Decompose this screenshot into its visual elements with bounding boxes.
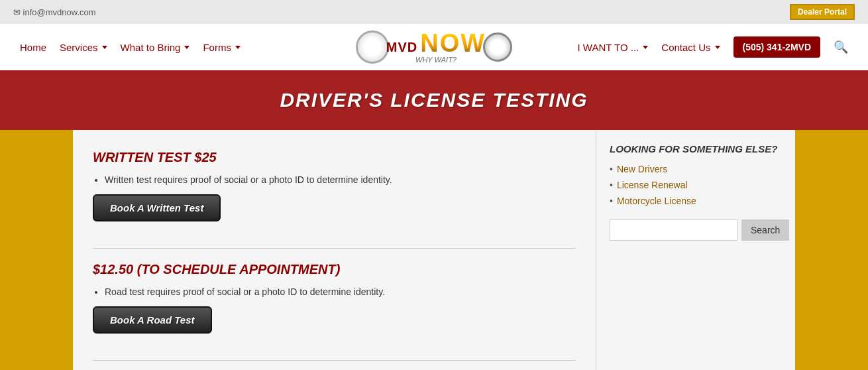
sidebar-link-new-drivers[interactable]: New Drivers xyxy=(610,164,782,174)
page-title: DRIVER'S LICENSE TESTING xyxy=(0,89,868,111)
main-content: WRITTEN TEST $25 Written test requires p… xyxy=(73,130,596,370)
phone-button[interactable]: (505) 341-2MVD xyxy=(733,36,821,58)
book-road-test-button[interactable]: Book A Road Test xyxy=(93,306,212,334)
nav-what-to-bring[interactable]: What to Bring xyxy=(121,42,190,53)
dealer-portal-button[interactable]: Dealer Portal xyxy=(790,4,855,20)
logo-mvd-text: MVD xyxy=(386,40,417,55)
right-sidebar-decoration xyxy=(795,130,868,370)
main-nav: Home Services What to Bring Forms MVD NO… xyxy=(0,24,868,70)
main-wrapper: WRITTEN TEST $25 Written test requires p… xyxy=(0,130,868,370)
top-bar: ✉ info@mvdnow.com Dealer Portal xyxy=(0,0,868,24)
sidebar-heading: LOOKING FOR SOMETHING ELSE? xyxy=(610,143,782,154)
logo-badge-left xyxy=(356,31,389,64)
search-input[interactable] xyxy=(610,219,737,241)
nav-left: Home Services What to Bring Forms xyxy=(20,42,356,53)
email-link[interactable]: ✉ info@mvdnow.com xyxy=(13,7,96,17)
sidebar-link-motorcycle[interactable]: Motorcycle License xyxy=(610,196,782,206)
logo-badge-right xyxy=(483,32,512,62)
left-sidebar-decoration xyxy=(0,130,73,370)
search-button[interactable]: Search xyxy=(741,219,789,241)
nav-services[interactable]: Services xyxy=(60,42,107,53)
hero-banner: DRIVER'S LICENSE TESTING xyxy=(0,70,868,130)
section-divider-2 xyxy=(93,360,576,361)
nav-i-want-to[interactable]: I WANT TO ... xyxy=(578,42,649,53)
nav-right: I WANT TO ... Contact Us (505) 341-2MVD … xyxy=(512,36,848,58)
services-chevron-icon xyxy=(102,46,107,49)
i-want-to-chevron-icon xyxy=(643,46,648,49)
right-sidebar: LOOKING FOR SOMETHING ELSE? New Drivers … xyxy=(596,130,795,370)
written-test-requirement: Written test requires proof of social or… xyxy=(105,174,576,185)
sidebar-links-list: New Drivers License Renewal Motorcycle L… xyxy=(610,164,782,206)
road-test-title: $12.50 (TO SCHEDULE APPOINTMENT) xyxy=(93,262,576,277)
road-test-requirement: Road test requires proof of social or a … xyxy=(105,286,576,297)
nav-forms[interactable]: Forms xyxy=(203,42,241,53)
nav-home[interactable]: Home xyxy=(20,42,46,53)
logo: MVD NOW WHY WAIT? xyxy=(356,31,512,64)
what-to-bring-chevron-icon xyxy=(184,46,190,49)
contact-chevron-icon xyxy=(715,46,720,49)
written-test-title: WRITTEN TEST $25 xyxy=(93,150,576,165)
search-box: Search xyxy=(610,219,782,241)
nav-contact-us[interactable]: Contact Us xyxy=(661,42,720,53)
section-divider xyxy=(93,248,576,249)
content-area: WRITTEN TEST $25 Written test requires p… xyxy=(73,130,795,370)
sidebar-link-license-renewal[interactable]: License Renewal xyxy=(610,180,782,190)
forms-chevron-icon xyxy=(235,46,241,49)
search-icon[interactable]: 🔍 xyxy=(834,40,848,54)
logo-now-text: NOW xyxy=(420,31,486,56)
book-written-test-button[interactable]: Book A Written Test xyxy=(93,194,221,221)
